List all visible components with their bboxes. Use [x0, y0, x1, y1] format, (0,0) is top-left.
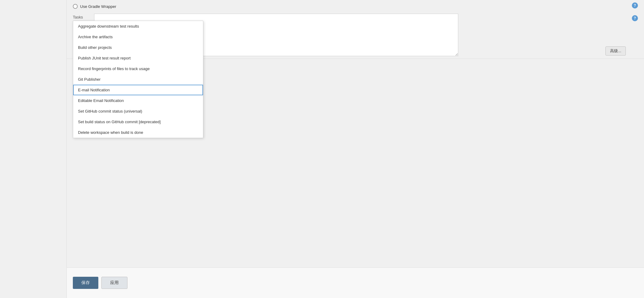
dropdown-item-record-fingerprints[interactable]: Record fingerprints of files to track us… — [73, 63, 203, 74]
advanced-button[interactable]: 高级... — [605, 46, 626, 56]
dropdown-item-set-build-status[interactable]: Set build status on GitHub commit [depre… — [73, 117, 203, 127]
dropdown-item-aggregate[interactable]: Aggregate downstream test results — [73, 21, 203, 32]
footer-section: 保存 应用 — [67, 267, 644, 298]
dropdown-item-set-github-commit[interactable]: Set GitHub commit status (universal) — [73, 106, 203, 117]
help-icon-top[interactable]: ? — [632, 2, 638, 8]
dropdown-item-email-notification[interactable]: E-mail Notification — [73, 85, 203, 95]
page-wrapper: ? ? Use Gradle Wrapper Tasks 高级... 增加构建后… — [0, 0, 644, 298]
dropdown-menu: Aggregate downstream test results Archiv… — [73, 21, 203, 138]
content-area: ? ? Use Gradle Wrapper Tasks 高级... 增加构建后… — [67, 0, 644, 298]
dropdown-item-build-other[interactable]: Build other projects — [73, 42, 203, 53]
dropdown-item-delete-workspace[interactable]: Delete workspace when build is done — [73, 127, 203, 138]
dropdown-item-archive[interactable]: Archive the artifacts — [73, 32, 203, 42]
save-button[interactable]: 保存 — [73, 277, 98, 289]
dropdown-item-editable-email[interactable]: Editable Email Notification — [73, 95, 203, 106]
radio-button[interactable] — [73, 4, 78, 9]
apply-button[interactable]: 应用 — [101, 277, 127, 289]
gradle-wrapper-label: Use Gradle Wrapper — [80, 4, 116, 9]
footer-buttons: 保存 应用 — [73, 277, 638, 289]
dropdown-item-git-publisher[interactable]: Git Publisher — [73, 74, 203, 85]
gradle-wrapper-option[interactable]: Use Gradle Wrapper — [67, 2, 644, 11]
left-panel — [0, 0, 67, 298]
dropdown-item-publish-junit[interactable]: Publish JUnit test result report — [73, 53, 203, 63]
tasks-label: Tasks — [73, 14, 91, 19]
